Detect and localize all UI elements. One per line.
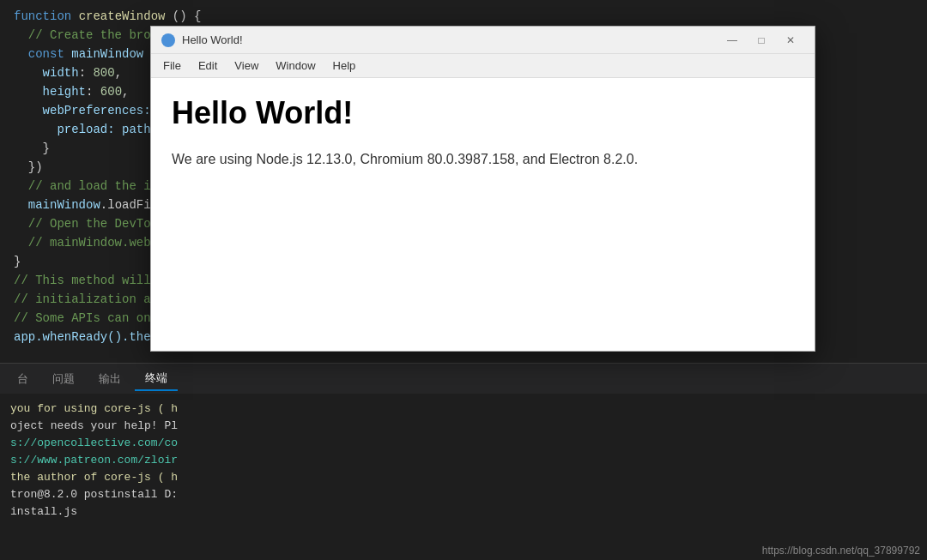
menu-file[interactable]: File	[154, 57, 190, 75]
window-controls: — □ ✕	[718, 31, 804, 50]
minimize-button[interactable]: —	[718, 31, 746, 50]
hello-world-body: We are using Node.js 12.13.0, Chromium 8…	[172, 148, 794, 171]
electron-menubar: File Edit View Window Help	[151, 54, 815, 78]
terminal-content: you for using core-js ( h oject needs yo…	[0, 394, 927, 527]
code-line: function createWindow () {	[0, 7, 927, 26]
terminal-line: s://opencollective.com/co	[10, 435, 917, 452]
electron-window: Hello World! — □ ✕ File Edit View Window…	[150, 26, 815, 352]
menu-window[interactable]: Window	[267, 57, 324, 75]
panel-tabs: 台 问题 输出 终端	[0, 364, 927, 394]
close-button[interactable]: ✕	[777, 31, 804, 50]
tab-output[interactable]: 输出	[88, 368, 131, 390]
tab-terminal[interactable]: 终端	[135, 367, 178, 391]
electron-title: Hello World!	[182, 33, 718, 46]
tab-problems[interactable]: 问题	[42, 368, 85, 390]
terminal-line: you for using core-js ( h	[10, 400, 917, 418]
terminal-line: the author of core-js ( h	[10, 469, 917, 486]
bottom-panel: 台 问题 输出 终端 you for using core-js ( h oje…	[0, 363, 927, 560]
electron-titlebar: Hello World! — □ ✕	[151, 27, 815, 54]
terminal-line: tron@8.2.0 postinstall D:	[10, 486, 917, 503]
tab-console[interactable]: 台	[7, 368, 39, 390]
electron-content: Hello World! We are using Node.js 12.13.…	[151, 78, 815, 351]
menu-help[interactable]: Help	[324, 57, 365, 75]
menu-view[interactable]: View	[226, 57, 267, 75]
app-icon	[161, 33, 175, 47]
watermark: https://blog.csdn.net/qq_37899792	[762, 545, 920, 557]
maximize-button[interactable]: □	[748, 31, 775, 50]
terminal-line: install.js	[10, 503, 917, 521]
terminal-line: s://www.patreon.com/zloir	[10, 452, 917, 469]
terminal-line: oject needs your help! Pl	[10, 418, 917, 435]
menu-edit[interactable]: Edit	[190, 57, 226, 75]
hello-world-heading: Hello World!	[172, 95, 794, 131]
